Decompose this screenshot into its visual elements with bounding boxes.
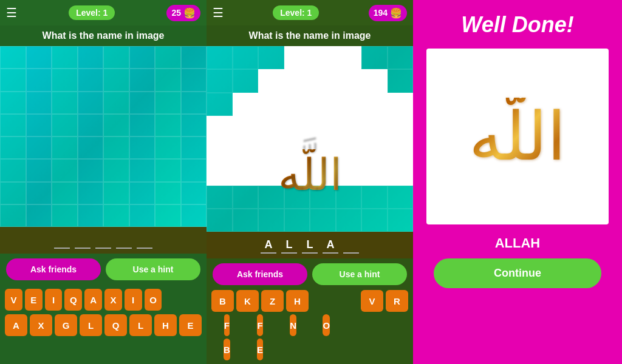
letter-button[interactable]: Q [104, 314, 127, 336]
answer-blank: A [323, 237, 338, 254]
reveal-cell [207, 69, 233, 92]
answer-area [0, 227, 207, 254]
allah-arabic-text: اللَّه [278, 149, 342, 200]
menu-icon[interactable]: ☰ [6, 5, 17, 20]
letter-button[interactable]: I [125, 289, 142, 311]
reveal-cell [388, 46, 414, 69]
reveal-cell [258, 46, 284, 69]
letter-button[interactable]: B [211, 290, 234, 312]
action-buttons: Ask friends Use a hint [0, 254, 207, 285]
letter-grid-row2: AXGLQLHE [0, 314, 207, 364]
reveal-cell [388, 93, 414, 116]
letter-button[interactable]: Z [261, 290, 284, 312]
letter-button[interactable]: H [286, 290, 309, 312]
answer-blank-4 [116, 232, 132, 249]
reveal-cell [258, 69, 284, 92]
reveal-cell [284, 93, 310, 116]
puzzle-image-p2: اللَّه [207, 46, 413, 232]
reveal-cell [207, 93, 233, 116]
letter-button[interactable]: R [386, 290, 408, 312]
letter-button[interactable]: V [361, 290, 383, 312]
answer-blank-5 [137, 232, 152, 249]
reveal-cell [310, 93, 336, 116]
reveal-cell [310, 46, 336, 69]
reveal-cell [388, 69, 414, 92]
coins-count: 25 [171, 8, 181, 18]
level-badge: Level: 1 [69, 5, 115, 20]
reveal-cell [284, 69, 310, 92]
allah-image-overlay: اللَّه [217, 124, 403, 226]
panel-1: ☰ Level: 1 25 🍔 What is the name in imag… [0, 0, 207, 364]
letter-button[interactable]: F [257, 314, 262, 336]
letter-button[interactable]: X [104, 289, 122, 311]
letter-button[interactable]: N [290, 314, 296, 336]
answer-blank: L [302, 237, 318, 254]
answer-area-p2: ALLA [207, 232, 413, 258]
letter-button[interactable]: G [55, 314, 77, 336]
allah-big-arabic: اللَّه [469, 98, 566, 175]
letter-grid-row1: VEIQAXIO [0, 285, 207, 314]
well-done-title: Well Done! [455, 0, 579, 44]
letter-button[interactable]: O [323, 314, 330, 336]
letter-button[interactable]: L [129, 314, 152, 336]
letter-button[interactable]: K [236, 290, 259, 312]
reveal-cell [233, 93, 259, 116]
panel-3: Well Done! اللَّه ALLAH Continue [413, 0, 622, 364]
mosaic-grid [0, 46, 207, 227]
letter-button[interactable]: Q [64, 289, 82, 311]
question-text: What is the name in image [0, 25, 207, 46]
menu-icon-p2[interactable]: ☰ [213, 5, 224, 20]
letter-button[interactable]: I [45, 289, 63, 311]
letter-button[interactable]: E [179, 314, 202, 336]
panel2-header: ☰ Level: 1 194 🍔 [207, 0, 413, 25]
reveal-cell [361, 46, 388, 69]
ask-friends-button-p2[interactable]: Ask friends [213, 263, 307, 285]
reveal-cell [361, 69, 388, 92]
panel-2: ☰ Level: 1 194 🍔 What is the name in ima… [207, 0, 413, 364]
reveal-cell [233, 69, 259, 92]
letter-button[interactable]: L [80, 314, 102, 336]
letter-button[interactable]: F [224, 314, 230, 336]
use-hint-button-p2[interactable]: Use a hint [312, 263, 407, 285]
answer-image-box: اللَّه [426, 49, 609, 224]
coin-icon: 🍔 [183, 7, 196, 19]
letter-button[interactable]: B [224, 339, 230, 360]
letter-button[interactable]: X [30, 314, 52, 336]
letter-button[interactable]: A [84, 289, 102, 311]
answer-label: ALLAH [495, 229, 541, 258]
answer-blank: L [281, 237, 297, 254]
answer-blank-extra [343, 237, 359, 254]
reveal-cell [361, 93, 388, 116]
coins-count-p2: 194 [374, 8, 388, 18]
letter-button[interactable]: E [25, 289, 43, 311]
answer-blank-1 [54, 232, 70, 249]
reveal-cell [336, 93, 362, 116]
reveal-cell [284, 46, 310, 69]
reveal-cell [233, 46, 259, 69]
coins-badge-p2: 194 🍔 [369, 5, 407, 21]
letter-button[interactable]: H [154, 314, 177, 336]
answer-blank-2 [75, 232, 91, 249]
letter-button[interactable]: E [257, 339, 263, 360]
level-badge-p2: Level: 1 [273, 5, 319, 20]
answer-blank: A [261, 237, 276, 254]
action-buttons-p2: Ask friends Use a hint [207, 258, 413, 290]
letter-button[interactable]: O [145, 289, 162, 311]
panel1-header: ☰ Level: 1 25 🍔 [0, 0, 207, 25]
coins-badge: 25 🍔 [166, 5, 200, 21]
coin-icon-p2: 🍔 [390, 7, 402, 19]
ask-friends-button[interactable]: Ask friends [6, 258, 101, 280]
continue-button[interactable]: Continue [434, 258, 601, 288]
reveal-cell [310, 69, 336, 92]
reveal-cell [207, 46, 233, 69]
use-hint-button[interactable]: Use a hint [106, 258, 200, 280]
reveal-cell [336, 69, 362, 92]
reveal-cell [336, 46, 362, 69]
question-text-p2: What is the name in image [207, 25, 413, 46]
letter-button[interactable]: A [5, 314, 27, 336]
letter-button[interactable]: V [5, 289, 22, 311]
letter-grid-p2-row2: FFNOBE [207, 314, 413, 364]
letter-grid-p2-row1: BKZHVR [207, 290, 413, 314]
answer-blank-3 [95, 232, 111, 249]
puzzle-image [0, 46, 207, 227]
